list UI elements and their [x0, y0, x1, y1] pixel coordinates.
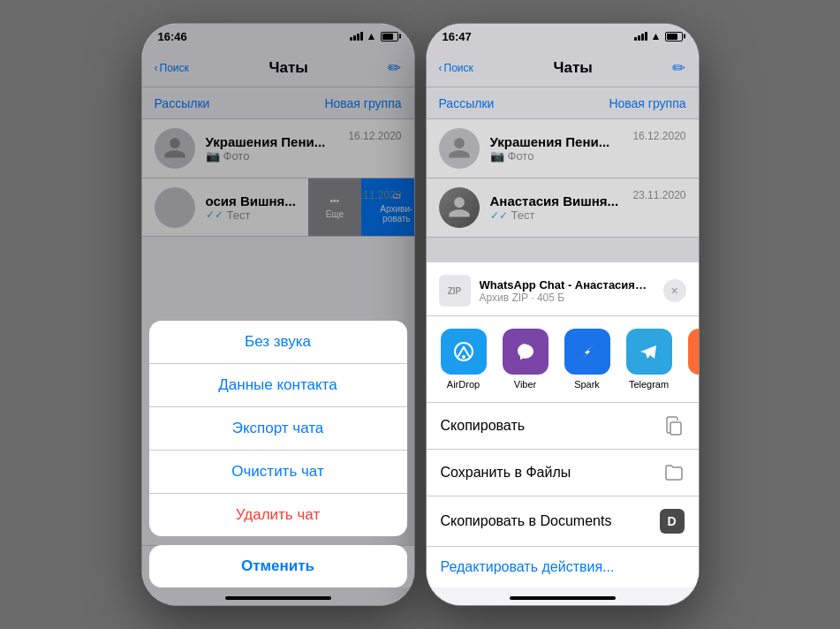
edit-actions[interactable]: Редактировать действия...: [427, 547, 699, 587]
phone-left: 16:46 ▲ ‹ Поиск Чаты ✏: [141, 23, 415, 606]
action-export[interactable]: Экспорт чата: [149, 407, 407, 451]
action-sheet: Без звука Данные контакта Экспорт чата О…: [142, 314, 414, 605]
phones-container: 16:46 ▲ ‹ Поиск Чаты ✏: [141, 23, 700, 606]
airdrop-app-icon: [441, 329, 487, 375]
edit-actions-label: Редактировать действия...: [441, 559, 615, 574]
home-indicator-left: [225, 596, 331, 600]
share-file-info: WhatsApp Chat - Анастасия В... Архив ZIP…: [480, 278, 655, 304]
action-clear[interactable]: Очистить чат: [149, 451, 407, 494]
zip-icon: ZIP: [439, 275, 471, 307]
spark-app-icon: [564, 329, 610, 375]
telegram-app-icon: [626, 329, 672, 375]
svg-point-1: [462, 355, 465, 359]
telegram-label: Telegram: [629, 379, 669, 390]
share-file-name: WhatsApp Chat - Анастасия В...: [480, 278, 647, 292]
spark-symbol: [574, 338, 601, 365]
airdrop-symbol: [450, 338, 477, 365]
airdrop-label: AirDrop: [447, 379, 480, 390]
viber-app-icon: [503, 329, 549, 375]
action-group: Без звука Данные контакта Экспорт чата О…: [149, 321, 407, 536]
share-header: ZIP WhatsApp Chat - Анастасия В... Архив…: [427, 262, 699, 316]
doc-app-icon: D: [688, 329, 699, 375]
share-action-copy-documents[interactable]: Скопировать в Documents D: [427, 496, 699, 547]
app-viber[interactable]: Viber: [501, 329, 550, 390]
copy-label: Скопировать: [441, 418, 526, 434]
share-file-size: Архив ZIP · 405 Б: [480, 292, 655, 304]
copy-icon: [663, 415, 685, 436]
spark-label: Spark: [574, 379, 600, 390]
share-action-save-files[interactable]: Сохранить в Файлы: [427, 450, 699, 496]
action-delete[interactable]: Удалить чат: [149, 494, 407, 536]
app-airdrop[interactable]: AirDrop: [439, 329, 488, 390]
action-contact[interactable]: Данные контакта: [149, 364, 407, 407]
share-sheet: ZIP WhatsApp Chat - Анастасия В... Архив…: [427, 262, 699, 605]
app-telegram[interactable]: Telegram: [624, 329, 674, 390]
folder-icon: [663, 462, 685, 483]
action-mute[interactable]: Без звука: [149, 321, 407, 364]
action-cancel: Отменить: [149, 545, 407, 587]
documents-icon: D: [660, 509, 685, 534]
telegram-symbol: [636, 338, 662, 365]
home-indicator-right: [510, 596, 616, 600]
copy-documents-label: Скопировать в Documents: [441, 513, 612, 529]
svg-rect-2: [670, 422, 681, 435]
share-action-copy[interactable]: Скопировать: [427, 403, 699, 450]
cancel-button[interactable]: Отменить: [149, 545, 407, 587]
phone-right: 16:47 ▲ ‹ Поиск Чаты ✏: [426, 23, 700, 606]
share-apps-row: AirDrop Viber Spar: [427, 316, 699, 403]
dimmed-overlay: [427, 24, 699, 298]
share-close-button[interactable]: ×: [663, 279, 686, 302]
viber-symbol: [512, 338, 539, 365]
viber-label: Viber: [514, 379, 536, 390]
save-files-label: Сохранить в Файлы: [441, 465, 571, 481]
app-spark[interactable]: Spark: [563, 329, 612, 390]
app-doc[interactable]: D Doc: [686, 329, 699, 390]
